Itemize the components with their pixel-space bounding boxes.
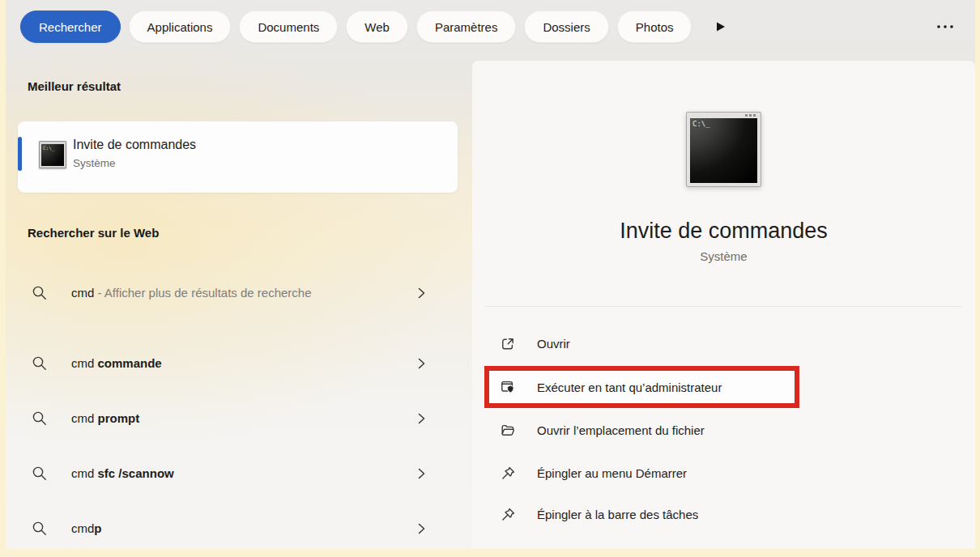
- search-icon: [31, 410, 49, 427]
- suggestion-row-cmd-prompt[interactable]: cmd prompt: [18, 406, 458, 431]
- play-icon: [714, 20, 726, 33]
- results-panel: Meilleur résultat C:\_ Invite de command…: [18, 47, 458, 549]
- divider: [485, 306, 962, 307]
- tab-parametres[interactable]: Paramètres: [416, 11, 517, 43]
- tab-documents[interactable]: Documents: [239, 11, 338, 43]
- suggestion-text: cmd - Afficher plus de résultats de rech…: [71, 281, 312, 305]
- tab-dossiers[interactable]: Dossiers: [524, 11, 608, 43]
- filter-tabbar: Rechercher Applications Documents Web Pa…: [6, 0, 975, 47]
- web-suggestion-list: cmd - Afficher plus de résultats de rech…: [18, 269, 458, 541]
- suggestion-row-cmdp[interactable]: cmdp: [18, 517, 458, 541]
- suggestion-row-cmd[interactable]: cmd - Afficher plus de résultats de rech…: [18, 269, 458, 317]
- action-ouvrir-emplacement[interactable]: Ouvrir l’emplacement du fichier: [500, 419, 975, 441]
- folder-icon: [500, 423, 516, 439]
- pin-icon: [500, 507, 516, 523]
- best-result-title: Invite de commandes: [73, 138, 196, 152]
- tab-web[interactable]: Web: [346, 11, 408, 43]
- preview-panel: C:\_ Invite de commandes Système Ouvrir: [472, 61, 975, 549]
- suggestion-suffix: - Afficher plus de résultats de recherch…: [94, 286, 311, 300]
- suggestion-text: cmd sfc /scannow: [71, 461, 174, 486]
- action-label: Exécuter en tant qu’administrateur: [537, 381, 722, 394]
- web-search-heading: Rechercher sur le Web: [28, 225, 458, 241]
- more-options-button[interactable]: [935, 20, 956, 33]
- windows-search-flyout: Rechercher Applications Documents Web Pa…: [0, 0, 980, 557]
- search-icon: [31, 520, 49, 538]
- search-icon: [31, 465, 49, 483]
- suggestion-text: cmd commande: [71, 351, 162, 376]
- action-ouvrir[interactable]: Ouvrir: [500, 333, 975, 355]
- run-as-admin-icon: [500, 379, 516, 395]
- suggestion-text: cmd prompt: [71, 406, 139, 431]
- suggestion-completion: prompt: [98, 411, 140, 425]
- action-epingler-barre-taches[interactable]: Épingler à la barre des tâches: [500, 504, 975, 525]
- search-window-body: Rechercher Applications Documents Web Pa…: [6, 0, 975, 549]
- tab-rechercher[interactable]: Rechercher: [20, 11, 121, 43]
- suggestion-completion: commande: [98, 356, 162, 370]
- ellipsis-icon: [935, 20, 956, 33]
- action-label: Ouvrir l’emplacement du fichier: [537, 423, 705, 437]
- suggestion-query: cmd: [71, 466, 98, 480]
- open-icon: [500, 336, 516, 352]
- suggestion-query: cmd: [71, 356, 98, 370]
- chevron-right-icon: [415, 357, 427, 370]
- suggestion-completion: p: [94, 521, 101, 535]
- cmd-app-icon-large: C:\_: [686, 112, 761, 187]
- action-run-as-admin red-annotation-box[interactable]: Exécuter en tant qu’administrateur: [484, 366, 799, 408]
- action-list: Ouvrir Exécuter en tant qu’administrateu…: [472, 333, 975, 525]
- suggestion-completion: sfc /scannow: [98, 466, 174, 480]
- chevron-right-icon: [415, 412, 427, 425]
- best-result-heading: Meilleur résultat: [28, 79, 458, 95]
- search-icon: [31, 355, 49, 372]
- tab-applications[interactable]: Applications: [129, 11, 232, 43]
- chevron-right-icon: [415, 287, 427, 300]
- preview-subtitle: Système: [472, 249, 975, 263]
- pin-icon: [500, 466, 516, 482]
- chevron-right-icon: [415, 467, 427, 480]
- action-label: Épingler à la barre des tâches: [537, 508, 698, 521]
- suggestion-query: cmd: [71, 521, 94, 535]
- search-icon: [31, 284, 49, 302]
- action-label: Ouvrir: [537, 337, 570, 351]
- chevron-right-icon: [415, 522, 427, 535]
- best-result-card[interactable]: C:\_ Invite de commandes Système: [18, 121, 458, 193]
- suggestion-query: cmd: [71, 286, 94, 300]
- action-epingler-demarrer[interactable]: Épingler au menu Démarrer: [500, 462, 975, 484]
- tabs-overflow-button[interactable]: [714, 20, 726, 33]
- suggestion-query: cmd: [71, 411, 98, 425]
- suggestion-row-cmd-sfc-scannow[interactable]: cmd sfc /scannow: [18, 461, 458, 486]
- tab-photos[interactable]: Photos: [617, 11, 692, 43]
- selection-accent-bar: [18, 137, 22, 171]
- best-result-subtitle: Système: [73, 157, 116, 169]
- preview-title: Invite de commandes: [472, 219, 975, 244]
- cmd-app-icon: C:\_: [39, 141, 66, 168]
- action-label: Épingler au menu Démarrer: [537, 466, 687, 480]
- suggestion-row-cmd-commande[interactable]: cmd commande: [18, 351, 458, 376]
- suggestion-text: cmdp: [71, 517, 102, 541]
